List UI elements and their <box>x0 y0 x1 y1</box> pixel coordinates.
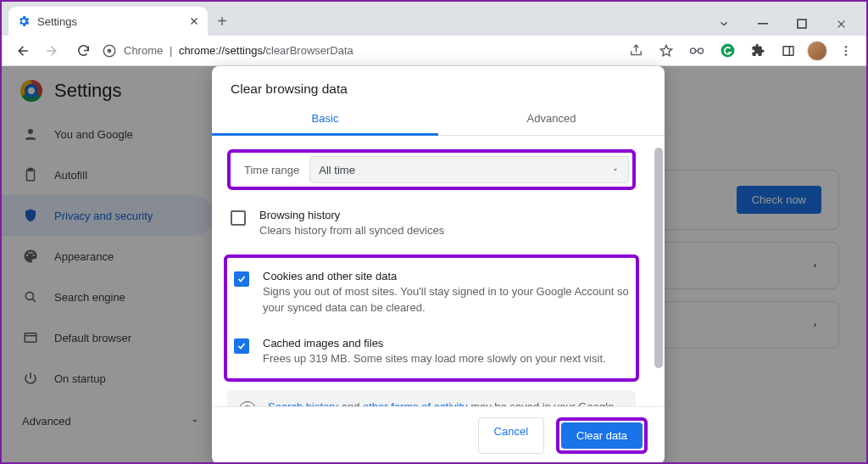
gear-icon <box>17 14 31 28</box>
svg-rect-7 <box>783 46 793 55</box>
reload-button[interactable] <box>71 39 95 63</box>
option-title: Cached images and files <box>263 337 606 349</box>
google-activity-banner: G Search history and other forms of acti… <box>227 390 636 406</box>
titlebar: Settings + <box>2 2 866 36</box>
star-icon[interactable] <box>654 39 678 63</box>
option-title: Cookies and other site data <box>263 270 629 282</box>
dialog-footer: Cancel Clear data <box>212 406 665 464</box>
option-desc: Frees up 319 MB. Some sites may load mor… <box>263 351 606 367</box>
time-range-value: All time <box>319 164 355 176</box>
svg-point-9 <box>845 49 848 52</box>
svg-point-8 <box>845 46 848 48</box>
svg-point-4 <box>691 48 696 53</box>
other-activity-link[interactable]: other forms of activity <box>363 400 468 406</box>
side-panel-icon[interactable] <box>776 39 800 63</box>
banner-text: Search history and other forms of activi… <box>268 400 624 406</box>
share-icon[interactable] <box>624 39 648 63</box>
dialog-tabs: Basic Advanced <box>212 103 665 136</box>
extensions-icon[interactable] <box>746 39 770 63</box>
option-cookies[interactable]: Cookies and other site data Signs you ou… <box>227 260 636 327</box>
chevron-down-icon[interactable] <box>705 12 743 36</box>
checkbox-unchecked[interactable] <box>231 210 246 226</box>
cancel-button[interactable]: Cancel <box>478 417 544 454</box>
forward-button[interactable] <box>41 39 64 63</box>
caret-down-icon <box>611 165 620 174</box>
svg-rect-0 <box>758 23 768 25</box>
checkbox-checked[interactable] <box>234 271 249 287</box>
time-range-label: Time range <box>234 159 309 182</box>
minimize-button[interactable] <box>744 12 782 36</box>
browser-tab[interactable]: Settings <box>8 7 208 36</box>
clear-data-highlight: Clear data <box>556 417 648 454</box>
time-range-select[interactable]: All time <box>309 156 629 183</box>
kebab-menu-icon[interactable] <box>834 39 858 63</box>
window-controls <box>705 8 860 36</box>
chrome-site-icon <box>102 43 117 59</box>
highlighted-options: Cookies and other site data Signs you ou… <box>224 254 639 383</box>
checkbox-checked[interactable] <box>234 338 249 354</box>
svg-point-5 <box>698 48 704 53</box>
clear-data-button[interactable]: Clear data <box>561 422 643 449</box>
browser-window: Settings + Chrome | chrome://settings/cl… <box>0 0 868 464</box>
dialog-scrollbar[interactable] <box>654 148 663 400</box>
option-desc: Clears history from all synced devices <box>259 223 444 239</box>
search-history-link[interactable]: Search history <box>268 400 338 406</box>
option-cache[interactable]: Cached images and files Frees up 319 MB.… <box>227 327 636 377</box>
option-desc: Signs you out of most sites. You'll stay… <box>263 284 629 316</box>
maximize-button[interactable] <box>783 12 821 36</box>
close-tab-icon[interactable] <box>189 16 199 26</box>
tab-basic[interactable]: Basic <box>212 103 438 135</box>
extension-icon[interactable] <box>685 39 709 63</box>
profile-avatar[interactable] <box>807 41 827 61</box>
address-bar[interactable]: Chrome | chrome://settings/clearBrowserD… <box>102 39 617 63</box>
tab-title: Settings <box>37 15 182 28</box>
content-area: Settings You and Google Autofill Privacy… <box>2 66 866 464</box>
time-range-row: Time range All time <box>227 149 636 190</box>
google-g-icon: G <box>239 401 256 406</box>
svg-point-3 <box>108 48 112 53</box>
close-window-button[interactable] <box>822 12 860 36</box>
option-browsing-history[interactable]: Browsing history Clears history from all… <box>212 198 651 249</box>
tab-advanced[interactable]: Advanced <box>438 103 665 135</box>
dialog-title: Clear browsing data <box>212 66 665 103</box>
back-button[interactable] <box>10 39 34 63</box>
clear-browsing-data-dialog: Clear browsing data Basic Advanced Time … <box>212 66 665 464</box>
svg-point-6 <box>721 44 734 58</box>
url-text: Chrome | chrome://settings/clearBrowserD… <box>124 44 353 57</box>
grammarly-icon[interactable] <box>715 39 739 63</box>
svg-rect-1 <box>798 20 806 28</box>
dialog-body: Time range All time Browsing history Cle… <box>212 136 665 406</box>
browser-toolbar: Chrome | chrome://settings/clearBrowserD… <box>2 36 866 66</box>
option-title: Browsing history <box>259 209 444 221</box>
svg-point-10 <box>845 53 848 56</box>
new-tab-button[interactable]: + <box>208 7 236 36</box>
